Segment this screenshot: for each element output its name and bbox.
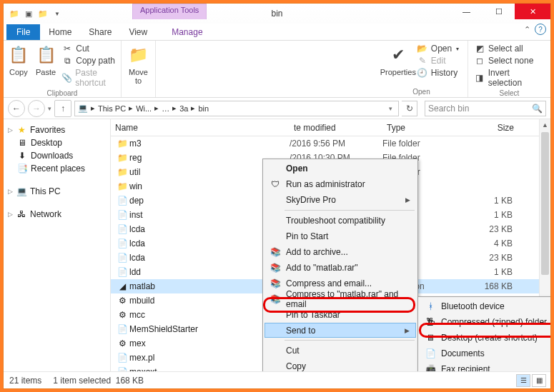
file-icon: 📄 xyxy=(115,196,129,206)
folder-icon: 📁 xyxy=(8,7,21,20)
nav-network[interactable]: ▷🖧Network xyxy=(4,208,110,221)
forward-button[interactable]: → xyxy=(28,100,45,117)
search-input[interactable]: Search bin 🔍 xyxy=(425,101,546,116)
file-icon: 📁 xyxy=(115,139,129,149)
ctx-copy[interactable]: Copy xyxy=(264,358,416,371)
edit-button[interactable]: ✎Edit xyxy=(417,56,459,66)
table-row[interactable]: 📁m3/2016 9:56 PMFile folder xyxy=(111,136,550,151)
column-headers[interactable]: Name te modified Type Size xyxy=(111,119,550,136)
ribbon-collapse-icon[interactable]: ⌃ xyxy=(524,25,530,34)
zip-icon: 🗜 xyxy=(424,317,437,327)
file-icon: 📄 xyxy=(115,353,129,363)
ctx-cut[interactable]: Cut xyxy=(264,343,416,358)
file-icon: ⚙ xyxy=(115,296,129,306)
ribbon-tabs: File Home Share View Manage xyxy=(4,24,550,41)
ctx-pin-taskbar[interactable]: Pin to Taskbar xyxy=(264,307,416,323)
properties-button[interactable]: ✔Properties xyxy=(384,44,412,76)
ctx-add-archive[interactable]: 📚Add to archive... xyxy=(264,244,416,260)
open-button[interactable]: 📂Open▾ xyxy=(417,44,459,54)
col-size[interactable]: Size xyxy=(468,123,518,133)
sub-bluetooth[interactable]: ᚼBluetooth device xyxy=(420,298,550,314)
back-button[interactable]: ← xyxy=(8,100,25,117)
copy-button[interactable]: 📋Copy xyxy=(7,44,30,76)
select-none-icon: ◻ xyxy=(474,56,485,66)
minimize-button[interactable]: — xyxy=(450,4,483,19)
ctx-pin-start[interactable]: Pin to Start xyxy=(264,228,416,244)
nav-desktop[interactable]: 🖥Desktop xyxy=(4,136,110,149)
file-icon: ◢ xyxy=(115,281,129,291)
history-icon: 🕘 xyxy=(417,68,428,78)
sub-desktop-shortcut[interactable]: 🖥Desktop (create shortcut) xyxy=(420,330,550,346)
tab-manage[interactable]: Manage xyxy=(163,24,211,40)
ctx-compress-matlab[interactable]: 📚Compress to "matlab.rar" and email xyxy=(264,291,416,307)
nav-thispc[interactable]: ▷💻This PC xyxy=(4,185,110,198)
view-icons-button[interactable]: ▦ xyxy=(532,374,546,387)
file-icon: 📄 xyxy=(115,267,129,277)
maximize-button[interactable]: ☐ xyxy=(483,4,515,19)
ctx-skydrive[interactable]: SkyDrive Pro▶ xyxy=(264,192,416,208)
pc-icon: 💻 xyxy=(78,104,88,113)
history-button[interactable]: 🕘History xyxy=(417,68,459,78)
status-bar: 21 items 1 item selected 168 KB ☰ ▦ xyxy=(4,371,550,388)
rar-icon: 📚 xyxy=(269,247,282,257)
ctx-add-matlab[interactable]: 📚Add to "matlab.rar" xyxy=(264,260,416,276)
open-icon: 📂 xyxy=(417,44,428,54)
help-icon[interactable]: ? xyxy=(535,24,546,35)
body: ▷★Favorites 🖥Desktop ⬇Downloads 📑Recent … xyxy=(4,119,550,371)
tab-file[interactable]: File xyxy=(6,24,40,40)
up-button[interactable]: ↑ xyxy=(54,100,71,117)
invert-selection-button[interactable]: ◨Invert selection xyxy=(474,68,545,88)
documents-icon: 📄 xyxy=(424,348,437,358)
titlebar: 📁 ▣ 📁 ▼ Application Tools bin — ☐ ✕ ⌃ ? xyxy=(4,4,550,24)
sendto-submenu: ᚼBluetooth device 🗜Compressed (zipped) f… xyxy=(417,296,550,371)
search-icon: 🔍 xyxy=(532,104,543,114)
cut-button[interactable]: ✂Cut xyxy=(61,44,117,54)
paste-shortcut-icon: 📎 xyxy=(61,73,72,83)
address-bar[interactable]: 💻▸ This PC▸ Wi...▸ …▸ 3a▸ bin ▾ xyxy=(74,101,399,116)
bluetooth-icon: ᚼ xyxy=(424,301,437,311)
pc-icon: 💻 xyxy=(16,186,27,196)
nav-downloads[interactable]: ⬇Downloads xyxy=(4,149,110,162)
qat-dropdown-icon[interactable]: ▼ xyxy=(51,7,64,20)
qat-newfolder-icon[interactable]: 📁 xyxy=(36,7,49,20)
group-label-open: Open xyxy=(412,88,430,96)
scroll-up-icon[interactable]: ▲ xyxy=(540,119,550,131)
window-title: bin xyxy=(271,9,282,19)
sub-documents[interactable]: 📄Documents xyxy=(420,346,550,361)
group-label-clipboard: Clipboard xyxy=(47,89,78,97)
sub-zipped[interactable]: 🗜Compressed (zipped) folder xyxy=(420,314,550,330)
copy-path-button[interactable]: ⧉Copy path xyxy=(61,56,117,66)
ctx-run-admin[interactable]: 🛡Run as administrator xyxy=(264,176,416,192)
rar-icon: 📚 xyxy=(269,263,282,273)
tab-home[interactable]: Home xyxy=(40,24,80,40)
edit-icon: ✎ xyxy=(417,56,428,66)
recent-locations-icon[interactable]: ▾ xyxy=(48,105,51,112)
refresh-button[interactable]: ↻ xyxy=(402,101,417,116)
paste-button[interactable]: 📋Paste xyxy=(34,44,57,76)
file-icon: 📁 xyxy=(115,167,129,177)
select-all-button[interactable]: ◩Select all xyxy=(474,44,545,54)
nav-favorites[interactable]: ▷★Favorites xyxy=(4,124,110,136)
qat-props-icon[interactable]: ▣ xyxy=(22,7,35,20)
status-selected: 1 item selected xyxy=(53,376,111,386)
tab-view[interactable]: View xyxy=(120,24,156,40)
copy-path-icon: ⧉ xyxy=(61,56,73,66)
close-button[interactable]: ✕ xyxy=(515,4,550,19)
navigation-pane: ▷★Favorites 🖥Desktop ⬇Downloads 📑Recent … xyxy=(4,119,111,371)
ctx-troubleshoot[interactable]: Troubleshoot compatibility xyxy=(264,213,416,228)
col-date[interactable]: te modified xyxy=(290,123,382,133)
nav-row: ← → ▾ ↑ 💻▸ This PC▸ Wi...▸ …▸ 3a▸ bin ▾ … xyxy=(4,98,550,119)
ctx-send-to[interactable]: Send to▶ xyxy=(264,323,416,338)
nav-recent[interactable]: 📑Recent places xyxy=(4,162,110,175)
col-name[interactable]: Name xyxy=(111,123,290,133)
tab-share[interactable]: Share xyxy=(80,24,120,40)
paste-shortcut-button[interactable]: 📎Paste shortcut xyxy=(61,68,117,88)
select-none-button[interactable]: ◻Select none xyxy=(474,56,545,66)
col-type[interactable]: Type xyxy=(382,123,468,133)
file-icon: 📄 xyxy=(115,224,129,234)
view-details-button[interactable]: ☰ xyxy=(516,374,530,387)
ctx-open[interactable]: Open xyxy=(264,161,416,176)
sub-fax[interactable]: 📠Fax recipient xyxy=(420,361,550,371)
move-to-button[interactable]: 📁Move to xyxy=(124,44,153,85)
scroll-thumb[interactable] xyxy=(541,132,549,275)
